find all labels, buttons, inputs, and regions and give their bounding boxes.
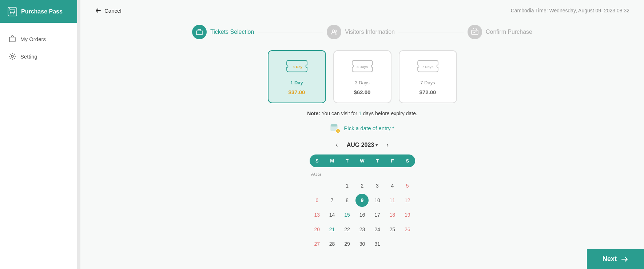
- sidebar: Purchase Pass My Orders Setting: [0, 0, 77, 269]
- cal-hdr-mon: M: [325, 154, 339, 167]
- svg-point-5: [332, 30, 334, 32]
- calendar-next-button[interactable]: ›: [383, 140, 391, 150]
- cal-hdr-fri: F: [385, 154, 400, 167]
- calendar-day[interactable]: 20: [310, 223, 323, 236]
- my-orders-label: My Orders: [20, 36, 46, 42]
- next-arrow-icon: [620, 255, 628, 263]
- calendar-day[interactable]: 1: [341, 179, 354, 192]
- cal-hdr-wed: W: [355, 154, 370, 167]
- calendar-day[interactable]: 17: [371, 208, 384, 221]
- cancel-label: Cancel: [104, 8, 122, 14]
- sidebar-nav: My Orders Setting: [0, 23, 77, 72]
- calendar-day[interactable]: 5: [401, 179, 414, 192]
- svg-rect-3: [9, 37, 15, 42]
- calendar-day[interactable]: 4: [386, 179, 399, 192]
- ticket-3days[interactable]: 3 Days 3 Days $62.00: [333, 50, 391, 103]
- purchase-pass-label: Purchase Pass: [21, 8, 63, 15]
- calendar-day[interactable]: 24: [371, 223, 384, 236]
- step-confirm-icon: [468, 25, 482, 39]
- datetime-display: Cambodia Time: Wednesday, August 09, 202…: [511, 8, 629, 13]
- cart-icon: [7, 7, 17, 17]
- calendar-day: [386, 237, 399, 250]
- calendar-month-row: AUG: [310, 169, 415, 178]
- step-visitors-label: Visitors Information: [345, 29, 395, 35]
- note-text-main: You can visit for: [322, 111, 359, 116]
- calendar-day[interactable]: 28: [326, 237, 339, 250]
- ticket-3days-price: $62.00: [354, 89, 371, 95]
- step-tickets: Tickets Selection: [192, 25, 254, 39]
- calendar-day[interactable]: 22: [341, 223, 354, 236]
- ticket-7days-icon: 7 Days: [415, 58, 441, 76]
- bag-icon: [9, 35, 16, 43]
- calendar-day[interactable]: 25: [386, 223, 399, 236]
- step-line-2: [398, 32, 464, 32]
- calendar-day[interactable]: 19: [401, 208, 414, 221]
- calendar-day[interactable]: 12: [401, 194, 414, 207]
- cancel-button[interactable]: Cancel: [95, 7, 122, 14]
- calendar-day[interactable]: 7: [326, 194, 339, 207]
- calendar-day[interactable]: 30: [355, 237, 369, 250]
- calendar-day[interactable]: 27: [310, 237, 323, 250]
- calendar-prev-button[interactable]: ‹: [333, 140, 341, 150]
- note-suffix: days before expiry date.: [363, 111, 417, 116]
- step-line-1: [258, 32, 323, 32]
- calendar-day[interactable]: 26: [401, 223, 414, 236]
- calendar-day[interactable]: 3: [371, 179, 384, 192]
- date-label-text: Pick a date of entry *: [344, 125, 394, 131]
- calendar-day[interactable]: 8: [341, 194, 354, 207]
- cal-hdr-sat: S: [400, 154, 415, 167]
- next-button[interactable]: Next: [587, 249, 644, 269]
- calendar-days: 1234567891011121314151617181920212223242…: [310, 178, 415, 251]
- chevron-down-icon: ▾: [375, 142, 378, 148]
- cal-hdr-tue: T: [339, 154, 354, 167]
- sidebar-item-my-orders[interactable]: My Orders: [0, 30, 77, 48]
- step-visitors-icon: [327, 25, 341, 39]
- svg-point-2: [13, 13, 15, 14]
- step-confirm: Confirm Purchase: [468, 25, 532, 39]
- calendar-clock-icon: [330, 123, 340, 133]
- ticket-1day[interactable]: 1 Day 1 Day $37.00: [268, 50, 326, 103]
- tickets-row: 1 Day 1 Day $37.00 3 Days 3 Days $62.00 …: [95, 50, 629, 103]
- progress-steps: Tickets Selection Visitors Information: [95, 25, 629, 39]
- step-tickets-icon: [192, 25, 207, 39]
- calendar-day[interactable]: 15: [341, 208, 354, 221]
- step-visitors: Visitors Information: [327, 25, 395, 39]
- note-text: Note: You can visit for 1 days before ex…: [95, 111, 629, 116]
- calendar-day[interactable]: 31: [371, 237, 384, 250]
- sidebar-item-setting[interactable]: Setting: [0, 48, 77, 65]
- purchase-pass-button[interactable]: Purchase Pass: [0, 0, 77, 23]
- calendar-day[interactable]: 16: [355, 208, 369, 221]
- calendar-day[interactable]: 2: [355, 179, 369, 192]
- svg-text:1 Day: 1 Day: [293, 65, 302, 69]
- note-prefix: Note:: [307, 111, 320, 116]
- calendar-day[interactable]: 9: [355, 194, 369, 207]
- calendar-nav: ‹ AUG 2023 ▾ ›: [333, 140, 392, 150]
- calendar-day[interactable]: 18: [386, 208, 399, 221]
- calendar-day: [401, 237, 414, 250]
- ticket-3days-icon: 3 Days: [350, 58, 375, 76]
- ticket-7days-price: $72.00: [420, 89, 436, 95]
- ticket-7days[interactable]: 7 Days 7 Days $72.00: [399, 50, 457, 103]
- calendar-day[interactable]: 29: [341, 237, 354, 250]
- svg-text:3 Days: 3 Days: [357, 65, 368, 69]
- ticket-1day-label: 1 Day: [290, 80, 303, 85]
- main-content: Cancel Cambodia Time: Wednesday, August …: [80, 0, 644, 269]
- calendar-day[interactable]: 11: [386, 194, 399, 207]
- ticket-3days-label: 3 Days: [355, 80, 369, 85]
- calendar-day[interactable]: 13: [310, 208, 323, 221]
- ticket-1day-price: $37.00: [289, 89, 305, 95]
- next-label: Next: [603, 255, 617, 263]
- calendar-day[interactable]: 21: [326, 223, 339, 236]
- gear-icon: [9, 53, 16, 60]
- calendar-day[interactable]: 10: [371, 194, 384, 207]
- calendar-day[interactable]: 6: [310, 194, 323, 207]
- calendar-day[interactable]: 23: [355, 223, 369, 236]
- setting-label: Setting: [20, 53, 37, 60]
- ticket-7days-label: 7 Days: [420, 80, 435, 85]
- calendar-month-label: AUG 2023 ▾: [347, 142, 378, 148]
- date-label-row: Pick a date of entry *: [95, 123, 629, 133]
- svg-rect-12: [331, 124, 337, 127]
- svg-point-1: [11, 13, 12, 14]
- calendar-day[interactable]: 14: [326, 208, 339, 221]
- cal-hdr-thu: T: [370, 154, 385, 167]
